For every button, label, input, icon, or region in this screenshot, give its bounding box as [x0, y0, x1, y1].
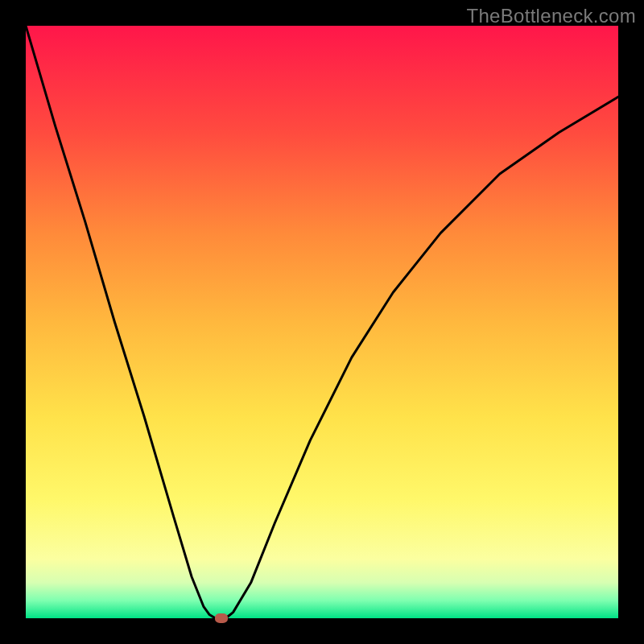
plot-area [26, 26, 618, 618]
chart-frame: TheBottleneck.com [0, 0, 644, 644]
minimum-marker [215, 613, 228, 623]
bottleneck-curve [26, 26, 618, 618]
watermark-text: TheBottleneck.com [466, 5, 636, 27]
